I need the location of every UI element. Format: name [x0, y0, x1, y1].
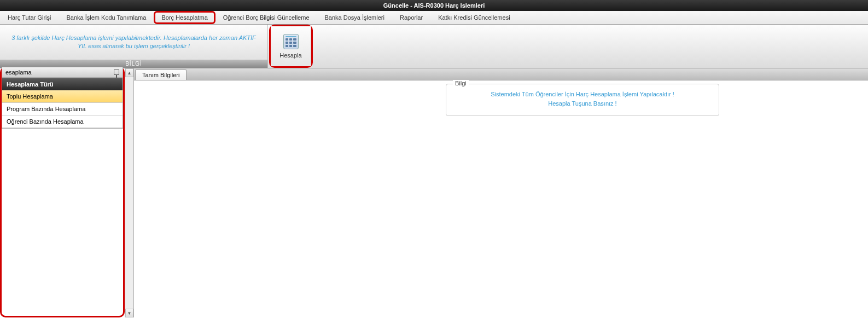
fieldset-message: Sistemdeki Tüm Öğrenciler İçin Harç Hesa…	[453, 90, 712, 108]
bilgi-fieldset: Bilgi Sistemdeki Tüm Öğrenciler İçin Har…	[446, 84, 719, 116]
menu-harc-tutar-girisi[interactable]: Harç Tutar Girişi	[0, 11, 59, 24]
hesapla-button[interactable]: Hesapla	[271, 26, 311, 66]
tab-tanim-bilgileri[interactable]: Tanım Bilgileri	[135, 70, 187, 80]
content-pane: Bilgi Sistemdeki Tüm Öğrenciler İçin Har…	[134, 80, 868, 317]
calculator-icon	[283, 34, 299, 49]
sidebar-title: esaplama	[5, 69, 32, 76]
menu-bar: Harç Tutar Girişi Banka İşlem Kodu Tanım…	[0, 11, 868, 25]
ribbon-action-highlight: Hesapla	[269, 25, 313, 68]
sidebar-panel: esaplama Hesaplama Türü Toplu Hesaplama …	[0, 67, 125, 317]
scroll-up-arrow-icon[interactable]: ▲	[125, 68, 133, 77]
window-title: Güncelle - AIS-R0300 Harç Islemleri	[383, 2, 485, 9]
menu-katki-kredisi-guncellemesi[interactable]: Katkı Kredisi Güncellemesi	[430, 11, 517, 24]
window-title-bar: Güncelle - AIS-R0300 Harç Islemleri	[0, 0, 868, 11]
tabs-strip: Tanım Bilgileri	[134, 68, 868, 80]
sidebar-item-program-bazinda[interactable]: Program Bazında Hesaplama	[2, 103, 123, 115]
ribbon-bar: 3 farklı şekilde Harç Hesaplama işlemi y…	[0, 25, 868, 68]
body-area: esaplama Hesaplama Türü Toplu Hesaplama …	[0, 68, 868, 317]
fieldset-legend: Bilgi	[453, 80, 469, 86]
main-content: Tanım Bilgileri Bilgi Sistemdeki Tüm Öğr…	[133, 68, 868, 317]
menu-banka-islem-kodu[interactable]: Banka İşlem Kodu Tanımlama	[59, 11, 154, 24]
sidebar-list: Hesaplama Türü Toplu Hesaplama Program B…	[2, 78, 123, 129]
menu-borc-hesaplatma[interactable]: Borç Hesaplatma	[154, 11, 215, 24]
pin-icon[interactable]	[114, 70, 119, 75]
sidebar-scrollbar[interactable]: ▲ ▼	[125, 68, 133, 317]
sidebar-item-ogrenci-bazinda[interactable]: Öğrenci Bazında Hesaplama	[2, 115, 123, 128]
scroll-down-arrow-icon[interactable]: ▼	[125, 309, 133, 317]
sidebar-header: esaplama	[2, 67, 123, 78]
sidebar-item-toplu-hesaplama[interactable]: Toplu Hesaplama	[2, 90, 123, 103]
scroll-track[interactable]	[125, 77, 133, 309]
ribbon-info-text: 3 farklı şekilde Harç Hesaplama işlemi y…	[0, 25, 267, 60]
menu-ogrenci-borc-guncelleme[interactable]: Öğrenci Borç Bilgisi Güncelleme	[215, 11, 317, 24]
hesapla-label: Hesapla	[279, 52, 301, 59]
menu-banka-dosya-islemleri[interactable]: Banka Dosya İşlemleri	[317, 11, 392, 24]
sidebar-list-header: Hesaplama Türü	[2, 78, 123, 90]
ribbon-info-section: 3 farklı şekilde Harç Hesaplama işlemi y…	[0, 25, 268, 68]
menu-raporlar[interactable]: Raporlar	[392, 11, 430, 24]
